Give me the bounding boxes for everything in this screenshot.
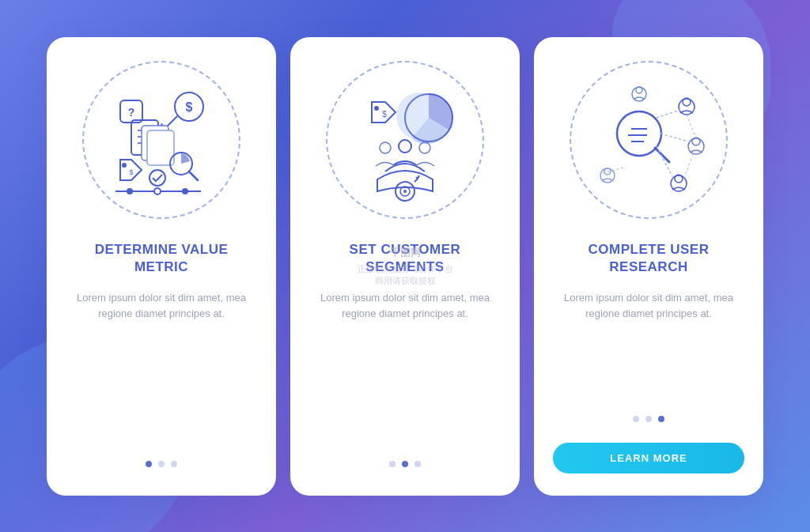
dot-2-3 bbox=[414, 461, 421, 467]
card-user-research: COMPLETE USER RESEARCH Lorem ipsum dolor… bbox=[534, 37, 763, 496]
card-2-desc: Lorem ipsum dolor sit dim amet, mea regi… bbox=[309, 290, 501, 323]
svg-text:?: ? bbox=[128, 106, 135, 119]
svg-point-22 bbox=[399, 140, 411, 153]
svg-line-48 bbox=[685, 154, 693, 176]
card-1-dots bbox=[146, 461, 177, 467]
card-1-title: DETERMINE VALUE METRIC bbox=[66, 241, 257, 276]
card-3-title: COMPLETE USER RESEARCH bbox=[553, 241, 744, 276]
card-2-icon-area: $ bbox=[326, 61, 484, 219]
svg-line-14 bbox=[189, 172, 198, 180]
svg-point-42 bbox=[632, 87, 646, 101]
card-1-icon-area: $ ? $ bbox=[82, 61, 240, 219]
svg-point-18 bbox=[182, 188, 188, 194]
svg-line-32 bbox=[655, 148, 669, 162]
cards-container: $ ? $ bbox=[47, 37, 763, 496]
card-value-metric: $ ? $ bbox=[47, 37, 276, 496]
user-research-icon bbox=[585, 77, 712, 203]
dot-2-1 bbox=[389, 461, 396, 467]
svg-point-17 bbox=[154, 188, 161, 194]
card-2-title: SET CUSTOMER SEGMENTS bbox=[309, 241, 501, 276]
svg-text:$: $ bbox=[186, 100, 193, 114]
dot-1-2 bbox=[158, 461, 165, 467]
card-3-desc: Lorem ipsum dolor sit dim amet, mea regi… bbox=[553, 290, 744, 323]
svg-point-20 bbox=[374, 106, 379, 111]
svg-line-45 bbox=[660, 134, 688, 141]
svg-line-44 bbox=[657, 110, 680, 118]
svg-point-43 bbox=[636, 87, 642, 93]
svg-point-24 bbox=[419, 142, 430, 153]
svg-text:$: $ bbox=[129, 168, 133, 176]
card-1-desc: Lorem ipsum dolor sit dim amet, mea regi… bbox=[66, 290, 257, 323]
dot-3-2 bbox=[645, 416, 652, 422]
dot-3-1 bbox=[633, 416, 639, 422]
card-3-dots bbox=[633, 416, 664, 422]
learn-more-button[interactable]: LEARN MORE bbox=[553, 443, 744, 474]
svg-line-28 bbox=[414, 179, 418, 182]
svg-point-12 bbox=[150, 170, 165, 186]
dot-2-2 bbox=[402, 461, 408, 467]
dot-1-1 bbox=[146, 461, 152, 467]
dot-1-3 bbox=[171, 461, 177, 467]
value-metric-icon: $ ? $ bbox=[98, 77, 225, 203]
customer-segments-icon: $ bbox=[342, 77, 468, 203]
card-3-icon-area bbox=[570, 61, 728, 219]
svg-point-16 bbox=[127, 188, 133, 194]
svg-point-10 bbox=[122, 163, 127, 168]
svg-text:$: $ bbox=[382, 110, 387, 119]
card-customer-segments: $ SE bbox=[290, 37, 520, 496]
svg-point-23 bbox=[380, 142, 391, 153]
dot-3-3 bbox=[658, 416, 664, 422]
svg-line-47 bbox=[687, 115, 696, 138]
svg-line-30 bbox=[418, 175, 419, 179]
svg-point-27 bbox=[403, 190, 407, 193]
card-2-dots bbox=[389, 461, 421, 467]
